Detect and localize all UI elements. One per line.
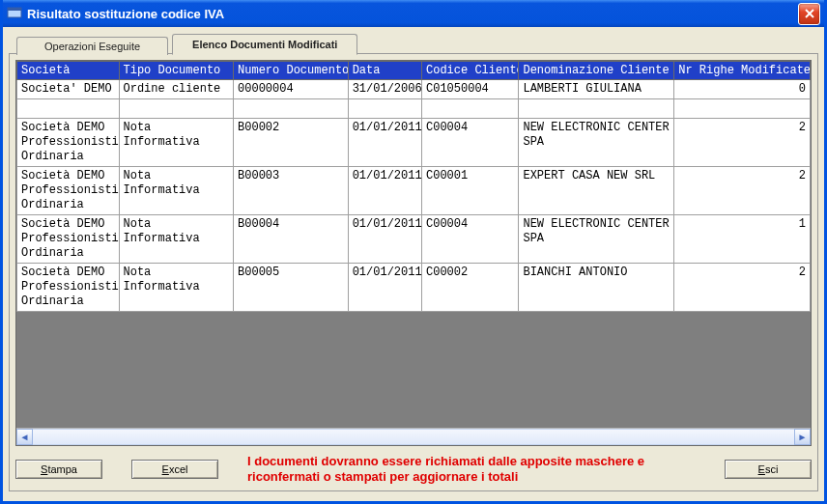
cell-codice: C00002 [421, 264, 518, 312]
esci-button[interactable]: Esci [725, 460, 812, 479]
tab-strip: Operazioni Eseguite Elenco Documenti Mod… [9, 33, 818, 54]
cell-data: 01/01/2011 [348, 264, 421, 312]
horizontal-scrollbar[interactable]: ◄ ► [16, 428, 811, 445]
cell-societa: Società DEMO Professionisti Ordinaria [17, 167, 120, 215]
cell-tipo: Ordine cliente [119, 80, 234, 99]
cell-denominazione: EXPERT CASA NEW SRL [519, 167, 674, 215]
col-tipo-documento[interactable]: Tipo Documento [119, 62, 234, 80]
cell-denominazione: NEW ELECTRONIC CENTER SPA [519, 119, 674, 167]
cell-numero: B00005 [234, 264, 349, 312]
cell-codice: C00004 [421, 119, 518, 167]
cell-empty [421, 99, 518, 119]
cell-tipo: Nota Informativa [119, 215, 234, 264]
cell-tipo: Nota Informativa [119, 264, 234, 312]
title-bar: Risultato sostituzione codice IVA [3, 0, 824, 27]
cell-nr: 2 [674, 119, 811, 167]
window-frame: Risultato sostituzione codice IVA Operaz… [0, 0, 827, 504]
cell-nr: 2 [674, 167, 811, 215]
tab-operations[interactable]: Operazioni Eseguite [16, 37, 168, 55]
svg-rect-1 [8, 8, 21, 11]
results-grid[interactable]: Società Tipo Documento Numero Documento … [16, 61, 811, 312]
warning-text: I documenti dovranno essere richiamati d… [247, 454, 696, 486]
table-row[interactable]: Società DEMO Professionisti OrdinariaNot… [17, 215, 811, 264]
cell-denominazione: LAMBERTI GIULIANA [519, 80, 674, 99]
cell-codice: C01050004 [421, 80, 518, 99]
cell-tipo: Nota Informativa [119, 119, 234, 167]
cell-nr: 2 [674, 264, 811, 312]
cell-societa: Società DEMO Professionisti Ordinaria [17, 215, 120, 264]
close-icon [805, 9, 814, 18]
window-title: Risultato sostituzione codice IVA [27, 7, 798, 21]
table-row[interactable]: Società DEMO Professionisti OrdinariaNot… [17, 119, 811, 167]
cell-societa: Società DEMO Professionisti Ordinaria [17, 119, 120, 167]
col-data[interactable]: Data [348, 62, 421, 80]
cell-denominazione: BIANCHI ANTONIO [519, 264, 674, 312]
cell-empty [17, 99, 120, 119]
chevron-right-icon: ► [798, 432, 808, 442]
grid-container: Società Tipo Documento Numero Documento … [15, 60, 812, 446]
col-societa[interactable]: Società [17, 62, 120, 80]
cell-empty [119, 99, 234, 119]
cell-data: 01/01/2011 [348, 167, 421, 215]
client-area: Operazioni Eseguite Elenco Documenti Mod… [3, 27, 824, 501]
cell-empty [519, 99, 674, 119]
col-numero-documento[interactable]: Numero Documento [234, 62, 349, 80]
grid-header-row: Società Tipo Documento Numero Documento … [17, 62, 811, 80]
cell-societa: Società DEMO Professionisti Ordinaria [17, 264, 120, 312]
col-denominazione-cliente[interactable]: Denominazione Cliente [519, 62, 674, 80]
table-row[interactable]: Società DEMO Professionisti OrdinariaNot… [17, 167, 811, 215]
chevron-left-icon: ◄ [20, 432, 30, 442]
table-row-empty [17, 99, 811, 119]
table-row[interactable]: Società DEMO Professionisti OrdinariaNot… [17, 264, 811, 312]
bottom-bar: Stampa Excel I documenti dovranno essere… [15, 454, 812, 486]
cell-codice: C00001 [421, 167, 518, 215]
excel-button[interactable]: Excel [131, 460, 218, 479]
cell-empty [348, 99, 421, 119]
close-button[interactable] [798, 3, 820, 25]
stampa-button[interactable]: Stampa [15, 460, 102, 479]
tab-panel: Società Tipo Documento Numero Documento … [9, 53, 818, 491]
cell-tipo: Nota Informativa [119, 167, 234, 215]
cell-data: 01/01/2011 [348, 119, 421, 167]
cell-empty [674, 99, 811, 119]
cell-numero: 00000004 [234, 80, 349, 99]
cell-empty [234, 99, 349, 119]
cell-nr: 1 [674, 215, 811, 264]
scroll-left-button[interactable]: ◄ [16, 429, 33, 445]
tab-modified-documents[interactable]: Elenco Documenti Modificati [172, 34, 357, 55]
scrollbar-track[interactable] [33, 429, 794, 445]
cell-numero: B00004 [234, 215, 349, 264]
cell-numero: B00003 [234, 167, 349, 215]
app-icon [7, 6, 22, 21]
col-codice-cliente[interactable]: Codice Cliente [421, 62, 518, 80]
cell-data: 31/01/2006 [348, 80, 421, 99]
cell-data: 01/01/2011 [348, 215, 421, 264]
cell-denominazione: NEW ELECTRONIC CENTER SPA [519, 215, 674, 264]
grid-empty-area [16, 312, 811, 428]
col-nr-righe-modificate[interactable]: Nr Righe Modificate [674, 62, 811, 80]
cell-numero: B00002 [234, 119, 349, 167]
table-row[interactable]: Societa' DEMOOrdine cliente0000000431/01… [17, 80, 811, 99]
scroll-right-button[interactable]: ► [794, 429, 811, 445]
cell-nr: 0 [674, 80, 811, 99]
cell-codice: C00004 [421, 215, 518, 264]
cell-societa: Societa' DEMO [17, 80, 120, 99]
